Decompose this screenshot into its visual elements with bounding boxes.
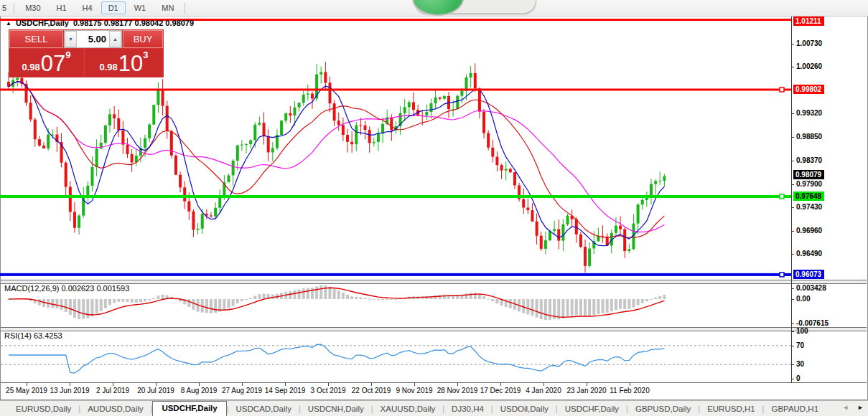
rsi-tick-mark (791, 346, 794, 346)
sell-price-base: 0.98 (22, 62, 39, 72)
macd-tick-mark (791, 288, 794, 289)
tab-eurusd-daily[interactable]: EURUSD,Daily (9, 402, 78, 416)
date-label: 17 Dec 2019 (480, 387, 521, 394)
date-label: 4 Jan 2020 (526, 387, 561, 394)
price-tick-label: 0.99320 (796, 109, 822, 117)
date-label: 11 Feb 2020 (610, 387, 649, 394)
tab-gbpaud-h1[interactable]: GBPAUD,H1 (764, 402, 826, 416)
date-tick-mark (242, 383, 243, 386)
panel-splitter-rsi[interactable] (1, 327, 867, 331)
date-label: 25 May 2019 (6, 387, 47, 394)
date-label: 3 Oct 2019 (311, 387, 346, 394)
collapse-triangle-icon[interactable]: ▲ (6, 20, 11, 27)
date-label: 28 Nov 2019 (437, 387, 478, 394)
macd-label: MACD(12,26,9) 0.002623 0.001593 (4, 284, 129, 293)
sell-price-sup: 9 (65, 49, 70, 60)
price-tick-mark (791, 161, 794, 161)
date-label: 8 Aug 2019 (181, 387, 218, 394)
tab-usdcad-daily[interactable]: USDCAD,Daily (229, 402, 299, 416)
rsi-tick-mark (791, 379, 794, 379)
price-tick-mark (791, 113, 794, 114)
buy-price-sup: 3 (143, 49, 148, 60)
price-tick-mark (791, 254, 794, 255)
price-level-badge: 0.97648 (793, 192, 824, 201)
price-level-badge: 1.01211 (793, 16, 824, 26)
date-tick-mark (457, 383, 458, 386)
one-click-trading-widget: SELL ▼ 5.00 ▲ BUY 0.98079 0.98103 (9, 29, 164, 77)
date-label: 2 Jul 2019 (96, 387, 129, 394)
tab-usdcnh-daily[interactable]: USDCNH,Daily (301, 402, 371, 416)
macd-tick-mark (791, 323, 794, 324)
price-tick-label: 0.96490 (796, 250, 822, 257)
panel-splitter-macd[interactable] (1, 280, 867, 284)
price-axis[interactable]: 1.007301.002600.993200.988500.983700.979… (792, 16, 867, 383)
buy-price-big: 10 (118, 53, 143, 75)
macd-tick-label: 0.003428 (796, 284, 826, 292)
price-tick-label: 0.96960 (796, 227, 822, 235)
timeframe-h1[interactable]: H1 (50, 1, 74, 14)
toolbar-separator (14, 3, 14, 14)
date-label: 27 Aug 2019 (222, 387, 262, 394)
date-tick-mark (156, 383, 157, 386)
timeframe-mn[interactable]: MN (154, 1, 181, 14)
date-tick-mark (543, 383, 544, 386)
macd-tick-label: 0.00 (796, 295, 810, 303)
volume-input[interactable]: 5.00 (77, 31, 109, 47)
date-label: 23 Jan 2020 (566, 387, 606, 394)
date-tick-mark (199, 383, 200, 386)
rsi-tick-label: 70 (796, 341, 804, 349)
buy-price-base: 0.98 (99, 62, 117, 72)
date-tick-mark (328, 383, 329, 386)
toolbar-separator (185, 3, 185, 14)
tab-scroll-left-icon[interactable]: ◄ (842, 404, 849, 411)
tab-usdoil-daily[interactable]: USDOil,Daily (493, 402, 556, 416)
sell-price-display[interactable]: 0.98079 (9, 49, 83, 77)
timeframe-m30[interactable]: M30 (18, 1, 47, 14)
tab-eurusd-h1[interactable]: EURUSD,H1 (700, 402, 762, 416)
timeframe-m5-partial[interactable]: 5 (1, 1, 10, 14)
price-level-badge: 0.98079 (793, 170, 824, 179)
date-tick-mark (587, 383, 587, 386)
symbol-tabs: EURUSD,Daily|AUDUSD,Daily|USDCHF,Daily|U… (9, 401, 826, 416)
date-tick-mark (630, 383, 630, 386)
rsi-label: RSI(14) 63.4253 (4, 331, 62, 340)
date-axis[interactable]: 25 May 201913 Jun 20192 Jul 201920 Jul 2… (1, 383, 867, 399)
date-tick-mark (113, 383, 113, 386)
buy-button[interactable]: BUY (123, 30, 163, 48)
date-tick-mark (285, 383, 286, 386)
tab-usdchf-daily[interactable]: USDCHF,Daily (152, 401, 226, 416)
rsi-tick-label: 0 (796, 374, 801, 382)
price-level-badge: 0.96073 (793, 270, 824, 279)
tab-usdchf-daily[interactable]: USDCHF,Daily (558, 402, 626, 416)
tab-dj30-h4[interactable]: DJ30,H4 (444, 402, 491, 416)
tab-xauusd-daily[interactable]: XAUUSD,Daily (373, 402, 443, 416)
macd-tick-label: -0.007615 (796, 319, 829, 327)
rsi-tick-mark (791, 331, 794, 332)
volume-decrease-button[interactable]: ▼ (65, 31, 77, 47)
sell-button[interactable]: SELL (9, 30, 63, 48)
tab-gbpusd-daily[interactable]: GBPUSD,Daily (628, 402, 698, 416)
chart-title: ▲ USDCHF,Daily 0.98175 0.98177 0.98042 0… (6, 19, 194, 27)
timeframe-w1[interactable]: W1 (127, 1, 154, 14)
timeframe-h4[interactable]: H4 (75, 1, 100, 14)
tab-scroll-right-icon[interactable]: ► (857, 404, 864, 411)
date-label: 22 Oct 2019 (352, 387, 391, 394)
chart-ohlc-quotes: 0.98175 0.98177 0.98042 0.98079 (73, 19, 194, 27)
price-level-badge: 0.99802 (793, 85, 824, 94)
date-tick-mark (500, 383, 501, 386)
rsi-tick-label: 100 (796, 327, 808, 335)
price-tick-label: 0.98850 (796, 133, 822, 141)
buy-price-display[interactable]: 0.98103 (85, 49, 162, 77)
tab-audusd-daily[interactable]: AUDUSD,Daily (80, 402, 150, 416)
date-tick-mark (70, 383, 70, 386)
symbol-tabbar: EURUSD,Daily|AUDUSD,Daily|USDCHF,Daily|U… (0, 400, 868, 416)
date-label: 13 Jun 2019 (50, 387, 89, 394)
sell-price-big: 07 (41, 53, 65, 75)
date-tick-mark (414, 383, 415, 386)
timeframe-toolbar-items: M30H1H4D1W1MN (17, 1, 182, 14)
date-tick-mark (27, 383, 27, 386)
timeframe-d1[interactable]: D1 (101, 1, 126, 14)
rsi-panel[interactable] (1, 330, 790, 382)
volume-increase-button[interactable]: ▲ (109, 31, 121, 47)
price-tick-mark (791, 207, 794, 208)
